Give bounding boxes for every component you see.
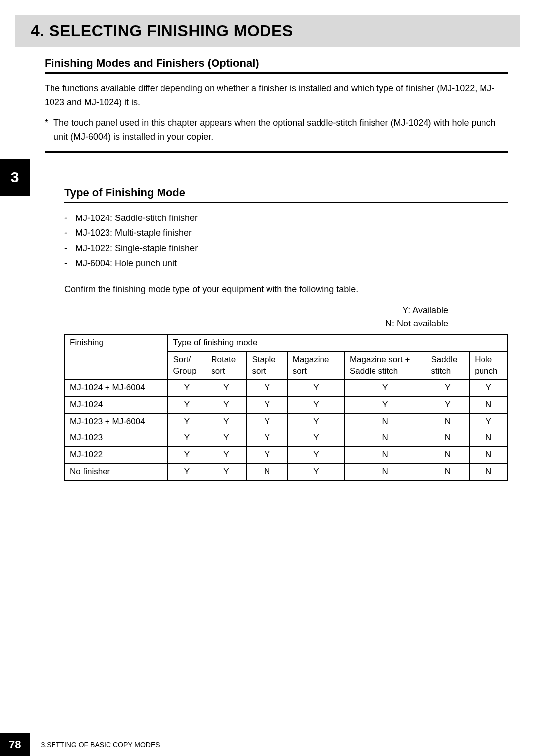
cell: Y	[247, 396, 287, 413]
cell: Y	[168, 379, 206, 396]
cell: Y	[426, 396, 470, 413]
dash-icon: -	[64, 211, 75, 226]
list-item-label: MJ-1023: Multi-staple finisher	[75, 225, 192, 241]
legend-not-available: N: Not available	[64, 317, 448, 330]
table-legend: Y: Available N: Not available	[64, 304, 448, 330]
cell: N	[426, 447, 470, 464]
chapter-tab: 3	[0, 159, 30, 196]
footer-chapter-title: 3.SETTING OF BASIC COPY MODES	[41, 741, 160, 749]
page-content: Finishing Modes and Finishers (Optional)…	[0, 47, 535, 481]
col-magazine-saddle: Magazine sort + Saddle stitch	[344, 351, 426, 379]
note-text: The touch panel used in this chapter app…	[54, 116, 508, 144]
list-item-label: MJ-1022: Single-staple finisher	[75, 241, 198, 256]
list-item: -MJ-6004: Hole punch unit	[64, 256, 508, 271]
cell: Y	[206, 396, 247, 413]
list-item-label: MJ-6004: Hole punch unit	[75, 256, 177, 271]
cell: Y	[168, 464, 206, 481]
list-item: -MJ-1022: Single-staple finisher	[64, 241, 508, 256]
subsection: Type of Finishing Mode -MJ-1024: Saddle-…	[64, 182, 508, 481]
table-row: MJ-1023 + MJ-6004 Y Y Y Y N N Y	[65, 413, 508, 430]
cell: N	[470, 396, 508, 413]
cell: N	[470, 430, 508, 447]
row-name: No finisher	[65, 464, 168, 481]
table-row: MJ-1022 Y Y Y Y N N N	[65, 447, 508, 464]
col-sort-group: Sort/ Group	[168, 351, 206, 379]
cell: N	[426, 413, 470, 430]
cell: Y	[287, 413, 344, 430]
asterisk-icon: *	[45, 116, 54, 144]
cell: N	[247, 464, 287, 481]
cell: N	[344, 464, 426, 481]
col-finishing: Finishing	[65, 334, 168, 379]
col-rotate-sort: Rotate sort	[206, 351, 247, 379]
table-header-row-1: Finishing Type of finishing mode	[65, 334, 508, 351]
table-row: MJ-1023 Y Y Y Y N N N	[65, 430, 508, 447]
col-type: Type of finishing mode	[168, 334, 508, 351]
cell: N	[470, 464, 508, 481]
manual-page: 4. SELECTING FINISHING MODES 3 Finishing…	[0, 15, 535, 756]
cell: N	[344, 430, 426, 447]
cell: N	[344, 447, 426, 464]
thin-rule-top	[64, 182, 508, 182]
section-title: 4. SELECTING FINISHING MODES	[31, 22, 504, 40]
cell: Y	[470, 413, 508, 430]
page-footer: 78 3.SETTING OF BASIC COPY MODES	[0, 733, 160, 756]
cell: Y	[426, 379, 470, 396]
row-name: MJ-1023 + MJ-6004	[65, 413, 168, 430]
cell: Y	[168, 396, 206, 413]
cell: Y	[247, 379, 287, 396]
col-staple-sort: Staple sort	[247, 351, 287, 379]
subheading-1: Finishing Modes and Finishers (Optional)	[45, 57, 508, 70]
cell: Y	[206, 430, 247, 447]
cell: N	[426, 430, 470, 447]
cell: Y	[287, 447, 344, 464]
cell: Y	[206, 464, 247, 481]
row-name: MJ-1023	[65, 430, 168, 447]
section-title-bar: 4. SELECTING FINISHING MODES	[15, 15, 520, 47]
table-row: No finisher Y Y N Y N N N	[65, 464, 508, 481]
thin-rule-bottom	[64, 202, 508, 203]
dash-icon: -	[64, 225, 75, 241]
note-row: * The touch panel used in this chapter a…	[45, 116, 508, 144]
heavy-rule	[45, 72, 508, 74]
cell: Y	[168, 447, 206, 464]
table-row: MJ-1024 Y Y Y Y Y Y N	[65, 396, 508, 413]
cell: Y	[168, 413, 206, 430]
legend-available: Y: Available	[64, 304, 448, 317]
row-name: MJ-1022	[65, 447, 168, 464]
row-name: MJ-1024	[65, 396, 168, 413]
list-item: -MJ-1024: Saddle-stitch finisher	[64, 211, 508, 226]
cell: Y	[206, 413, 247, 430]
table-row: MJ-1024 + MJ-6004 Y Y Y Y Y Y Y	[65, 379, 508, 396]
cell: Y	[287, 379, 344, 396]
cell: Y	[168, 430, 206, 447]
cell: Y	[287, 430, 344, 447]
subheading-2: Type of Finishing Mode	[64, 186, 508, 199]
cell: Y	[344, 379, 426, 396]
list-item: -MJ-1023: Multi-staple finisher	[64, 225, 508, 241]
cell: Y	[287, 464, 344, 481]
cell: Y	[247, 430, 287, 447]
cell: Y	[344, 396, 426, 413]
cell: Y	[247, 413, 287, 430]
list-item-label: MJ-1024: Saddle-stitch finisher	[75, 211, 198, 226]
cell: Y	[206, 379, 247, 396]
col-hole-punch: Hole punch	[470, 351, 508, 379]
chapter-number: 3	[11, 169, 19, 186]
cell: N	[426, 464, 470, 481]
row-name: MJ-1024 + MJ-6004	[65, 379, 168, 396]
cell: Y	[206, 447, 247, 464]
dash-icon: -	[64, 256, 75, 271]
col-magazine-sort: Magazine sort	[287, 351, 344, 379]
cell: N	[470, 447, 508, 464]
intro-paragraph: The functions available differ depending…	[45, 82, 508, 109]
cell: Y	[470, 379, 508, 396]
finishing-mode-table: Finishing Type of finishing mode Sort/ G…	[64, 334, 508, 481]
page-number: 78	[0, 733, 30, 756]
confirm-text: Confirm the finishing mode type of your …	[64, 283, 508, 297]
model-list: -MJ-1024: Saddle-stitch finisher -MJ-102…	[64, 211, 508, 271]
cell: N	[344, 413, 426, 430]
dash-icon: -	[64, 241, 75, 256]
col-saddle-stitch: Saddle stitch	[426, 351, 470, 379]
heavy-rule-2	[45, 151, 508, 153]
